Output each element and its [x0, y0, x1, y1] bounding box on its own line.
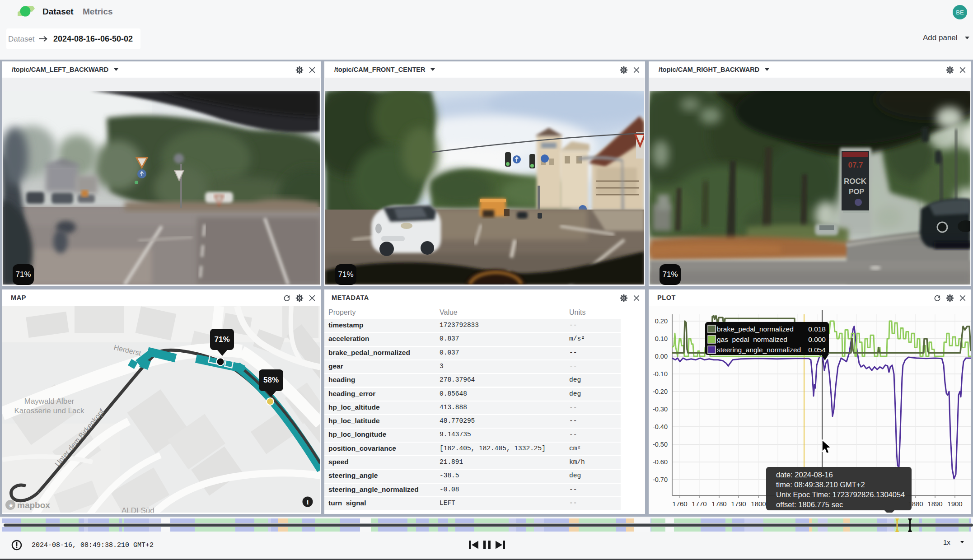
svg-text:-0.20: -0.20: [653, 388, 668, 395]
svg-text:-0.60: -0.60: [653, 458, 668, 466]
svg-text:0.000: 0.000: [808, 336, 826, 343]
svg-text:gas_pedal_normalized: gas_pedal_normalized: [717, 336, 787, 343]
svg-text:0.00: 0.00: [655, 353, 668, 360]
svg-text:0.10: 0.10: [655, 335, 668, 342]
svg-text:-0.70: -0.70: [653, 476, 668, 483]
svg-text:date: 2024-08-16: date: 2024-08-16: [776, 471, 833, 479]
svg-text:offset: 1806.775 sec: offset: 1806.775 sec: [776, 500, 843, 509]
svg-text:-0.30: -0.30: [653, 406, 668, 413]
svg-text:0.20: 0.20: [655, 317, 668, 325]
svg-text:★: ★: [8, 502, 14, 509]
svg-text:Unix Epoc Time: 1723792826.130: Unix Epoc Time: 1723792826.1304054: [776, 490, 905, 499]
svg-text:mapbox: mapbox: [17, 500, 50, 510]
svg-text:brake_pedal_normalized: brake_pedal_normalized: [717, 325, 794, 333]
svg-text:-0.40: -0.40: [653, 423, 668, 430]
svg-text:steering_angle_normalized: steering_angle_normalized: [717, 346, 801, 354]
svg-text:-0.50: -0.50: [653, 441, 668, 448]
svg-text:ALDI Süd: ALDI Süd: [122, 506, 154, 513]
svg-text:1790: 1790: [731, 500, 746, 508]
svg-text:1890: 1890: [927, 500, 942, 508]
svg-text:0.054: 0.054: [808, 346, 826, 354]
svg-text:Maywald Alber: Maywald Alber: [24, 397, 75, 406]
svg-text:0.018: 0.018: [808, 325, 826, 333]
svg-text:1900: 1900: [947, 500, 962, 508]
svg-text:1770: 1770: [692, 500, 706, 508]
svg-text:i: i: [307, 499, 309, 506]
svg-text:time: 08:49:38.210 GMT+2: time: 08:49:38.210 GMT+2: [776, 481, 865, 489]
svg-text:Karosserie und Lack: Karosserie und Lack: [14, 406, 84, 415]
svg-text:1780: 1780: [711, 500, 726, 508]
svg-text:1800: 1800: [751, 500, 766, 508]
svg-text:-0.10: -0.10: [653, 370, 668, 378]
svg-text:1760: 1760: [672, 500, 687, 508]
